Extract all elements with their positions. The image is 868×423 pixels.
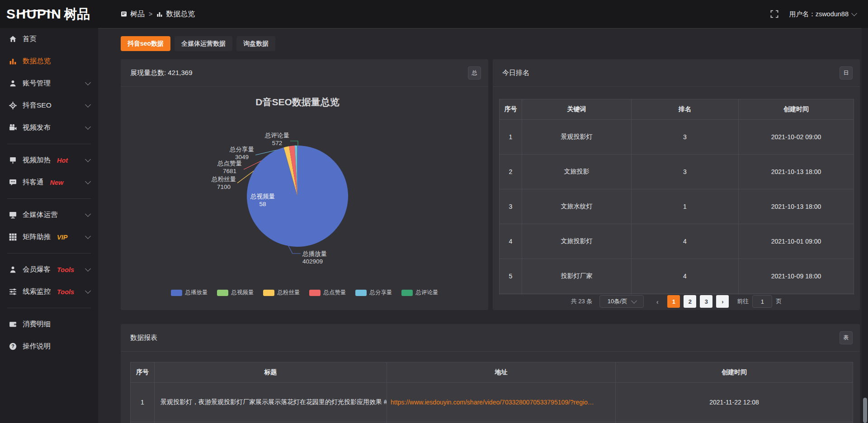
- sidebar-item-gear[interactable]: 抖音SEO: [0, 94, 98, 117]
- table-cell: 景观投影灯，夜游景观投影灯厂家展示展示落花灯在花园里的灯光投影应用效果 #: [155, 383, 387, 422]
- breadcrumb-item-home[interactable]: 树品: [121, 9, 145, 19]
- page-button-3[interactable]: 3: [700, 295, 712, 308]
- topbar: SHUPIN 树品 树品 > 数据总览 用户名：zswodun88: [0, 0, 868, 28]
- sidebar-badge: VIP: [57, 234, 67, 241]
- sidebar-item-label: 会员爆客: [23, 265, 51, 274]
- fullscreen-icon[interactable]: [770, 10, 778, 18]
- breadcrumb-item-current[interactable]: 数据总览: [156, 9, 195, 19]
- legend-item-5[interactable]: 总评论量: [401, 289, 439, 296]
- legend-label: 总评论量: [416, 289, 439, 296]
- pagination: 共 23 条 10条/页 ‹ 123 › 前往 页: [493, 295, 860, 308]
- legend-item-0[interactable]: 总播放量: [171, 289, 208, 296]
- sidebar-item-sliders[interactable]: 线索监控Tools: [0, 281, 98, 303]
- chart-icon: [9, 57, 17, 65]
- legend-label: 总点赞量: [324, 289, 346, 296]
- legend-swatch: [263, 290, 274, 296]
- chat-icon: [9, 179, 17, 186]
- sidebar-item-chart[interactable]: 数据总览: [0, 50, 98, 72]
- sidebar-item-member[interactable]: 会员爆客Tools: [0, 258, 98, 281]
- sidebar-item-monitor[interactable]: 全媒体运营: [0, 204, 98, 226]
- sidebar-item-home[interactable]: 首页: [0, 28, 98, 50]
- sidebar-item-label: 视频加热: [23, 155, 51, 165]
- page-scrollbar[interactable]: [862, 0, 868, 423]
- sidebar-item-wallet[interactable]: 消费明细: [0, 313, 98, 335]
- sidebar-item-user[interactable]: 账号管理: [0, 72, 98, 94]
- legend-item-4[interactable]: 总分享量: [355, 289, 392, 296]
- legend-label: 总视频量: [231, 289, 254, 296]
- table-cell: 2021-10-13 18:00: [739, 189, 854, 224]
- app-window-icon: [121, 11, 127, 17]
- table-cell: 4: [632, 224, 739, 259]
- pie-label: 572: [272, 140, 283, 146]
- pie-label: 7100: [217, 183, 231, 190]
- user-menu[interactable]: 用户名：zswodun88: [789, 10, 856, 19]
- column-header: 创建时间: [739, 99, 854, 120]
- tab-2[interactable]: 询盘数据: [236, 36, 275, 51]
- ranking-table-wrap: 序号关键词排名创建时间1景观投影灯32021-10-02 09:002文旅投影3…: [499, 99, 854, 295]
- page-size-select[interactable]: 10条/页: [599, 295, 644, 308]
- table-cell: 3: [632, 155, 739, 189]
- legend-item-3[interactable]: 总点赞量: [309, 289, 346, 296]
- table-cell: 5: [500, 259, 522, 294]
- username-label: 用户名：: [789, 10, 816, 19]
- legend-swatch: [171, 290, 182, 296]
- tab-1[interactable]: 全媒体运营数据: [175, 36, 232, 51]
- table-row: 5投影灯厂家42021-10-09 18:00: [500, 259, 854, 294]
- breadcrumb-label: 树品: [130, 9, 145, 19]
- chevron-down-icon: [85, 233, 91, 239]
- member-icon: [9, 266, 17, 273]
- sidebar-item-label: 视频发布: [23, 123, 51, 132]
- pie-label: 总评论量: [264, 132, 289, 139]
- sidebar-item-help[interactable]: ?操作说明: [0, 335, 98, 357]
- column-header: 排名: [632, 99, 739, 120]
- table-cell: 文旅投影灯: [522, 224, 632, 259]
- page-button-2[interactable]: 2: [684, 295, 696, 308]
- legend-swatch: [309, 290, 321, 296]
- sidebar: 首页数据总览账号管理抖音SEO视频发布视频加热Hot抖客通New全媒体运营矩阵助…: [0, 28, 98, 423]
- legend-item-1[interactable]: 总视频量: [217, 289, 254, 296]
- video-link[interactable]: https://www.iesdouyin.com/share/video/70…: [387, 383, 616, 422]
- table-cell: 2021-10-02 09:00: [739, 120, 854, 155]
- sidebar-divider: [7, 308, 91, 308]
- pie-label: 7681: [223, 168, 236, 174]
- next-page-button[interactable]: ›: [716, 295, 729, 308]
- column-header: 标题: [155, 362, 387, 383]
- tab-0[interactable]: 抖音seo数据: [121, 36, 170, 51]
- overview-panel-header: 展现量总数: 421,369 总: [121, 59, 488, 87]
- goto-label: 前往: [737, 297, 749, 306]
- legend-swatch: [355, 290, 367, 296]
- overview-corner-button[interactable]: 总: [468, 66, 481, 80]
- ranking-panel-title: 今日排名: [502, 69, 529, 77]
- breadcrumb-label: 数据总览: [166, 9, 195, 19]
- sidebar-item-board[interactable]: 视频加热Hot: [0, 149, 98, 171]
- prev-page-button[interactable]: ‹: [651, 295, 664, 308]
- goto-page: 前往 页: [737, 295, 782, 308]
- logo: SHUPIN 树品: [0, 7, 98, 21]
- sidebar-item-chat[interactable]: 抖客通New: [0, 171, 98, 193]
- report-table-wrap: 序号标题地址创建时间1景观投影灯，夜游景观投影灯厂家展示展示落花灯在花园里的灯光…: [130, 362, 854, 423]
- sidebar-item-label: 线索监控: [23, 287, 51, 296]
- sidebar-item-label: 全媒体运营: [23, 210, 58, 220]
- main-content: 抖音seo数据全媒体运营数据询盘数据 展现量总数: 421,369 总 D音SE…: [98, 28, 868, 423]
- chevron-down-icon: [85, 288, 91, 294]
- pie-label: 总分享量: [229, 146, 254, 153]
- table-cell: 1: [632, 189, 739, 224]
- ranking-corner-button[interactable]: 日: [840, 66, 853, 80]
- sidebar-item-video[interactable]: 视频发布: [0, 117, 98, 139]
- username-value: zswodun88: [816, 10, 849, 18]
- sidebar-item-grid[interactable]: 矩阵助推VIP: [0, 226, 98, 248]
- page-size-value: 10条/页: [608, 297, 627, 306]
- breadcrumb-separator: >: [149, 10, 152, 18]
- page-button-1[interactable]: 1: [667, 295, 680, 308]
- page-buttons: 123: [667, 295, 712, 308]
- chevron-down-icon: [85, 211, 91, 217]
- legend-item-2[interactable]: 总粉丝量: [263, 289, 300, 296]
- table-cell: 2021-10-09 18:00: [739, 259, 854, 294]
- pagination-total: 共 23 条: [571, 297, 593, 306]
- sidebar-item-label: 矩阵助推: [23, 232, 51, 242]
- pie-label: 402909: [302, 258, 323, 265]
- scrollbar-thumb[interactable]: [863, 398, 867, 423]
- goto-page-input[interactable]: [752, 295, 772, 308]
- report-corner-button[interactable]: 表: [840, 331, 853, 344]
- chevron-down-icon: [851, 10, 857, 16]
